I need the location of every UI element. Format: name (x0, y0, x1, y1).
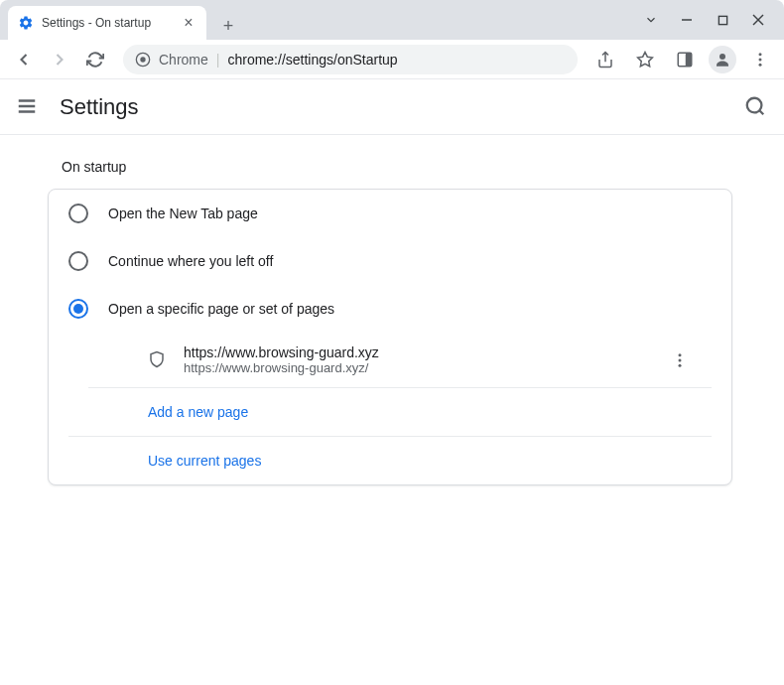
settings-content: On startup Open the New Tab page Continu… (0, 135, 784, 509)
radio-button[interactable] (68, 251, 88, 271)
bookmark-icon[interactable] (629, 44, 661, 75)
close-window-button[interactable] (748, 10, 768, 30)
maximize-button[interactable] (713, 10, 732, 30)
radio-button[interactable] (68, 204, 88, 223)
new-tab-button[interactable]: + (214, 12, 242, 40)
title-bar: Settings - On startup × + (0, 0, 784, 40)
url-text: Chrome | chrome://settings/onStartup (159, 52, 398, 68)
page-options-icon[interactable] (668, 348, 692, 372)
page-title-text: https://www.browsing-guard.xyz (184, 344, 652, 360)
kebab-menu-icon[interactable] (744, 44, 776, 75)
back-button[interactable] (8, 44, 40, 75)
side-panel-icon[interactable] (669, 44, 701, 75)
settings-header: Settings (0, 79, 784, 135)
chrome-icon (135, 52, 151, 68)
svg-point-12 (759, 63, 762, 66)
browser-toolbar: Chrome | chrome://settings/onStartup (0, 40, 784, 79)
toolbar-actions (589, 44, 776, 75)
section-label: On startup (0, 159, 784, 189)
gear-icon (18, 15, 34, 31)
menu-icon[interactable] (16, 95, 40, 119)
svg-point-16 (747, 97, 762, 112)
radio-label: Open a specific page or set of pages (108, 301, 334, 317)
startup-card: Open the New Tab page Continue where you… (48, 189, 732, 485)
svg-point-9 (719, 54, 725, 60)
search-icon[interactable] (744, 95, 768, 119)
startup-page-row: https://www.browsing-guard.xyz https://w… (88, 333, 712, 388)
radio-label: Open the New Tab page (108, 206, 258, 221)
svg-point-19 (679, 358, 682, 361)
radio-label: Continue where you left off (108, 253, 273, 269)
browser-tab[interactable]: Settings - On startup × (8, 6, 206, 40)
tab-strip: Settings - On startup × + (0, 0, 242, 40)
chevron-down-icon[interactable] (641, 10, 661, 30)
svg-point-5 (140, 57, 145, 62)
window-controls (641, 10, 784, 30)
address-bar[interactable]: Chrome | chrome://settings/onStartup (123, 45, 578, 74)
svg-rect-1 (719, 16, 726, 24)
svg-line-17 (759, 110, 763, 114)
radio-option-specific[interactable]: Open a specific page or set of pages (49, 285, 731, 333)
reload-button[interactable] (79, 44, 111, 75)
svg-point-10 (759, 53, 762, 56)
forward-button[interactable] (44, 44, 75, 75)
svg-point-11 (759, 58, 762, 61)
close-tab-icon[interactable]: × (181, 15, 196, 31)
profile-avatar[interactable] (709, 46, 736, 73)
radio-option-new-tab[interactable]: Open the New Tab page (49, 190, 731, 237)
use-current-pages-link[interactable]: Use current pages (88, 437, 731, 484)
tab-title: Settings - On startup (42, 16, 173, 30)
svg-point-18 (679, 353, 682, 356)
svg-marker-6 (638, 52, 653, 66)
page-info: https://www.browsing-guard.xyz https://w… (184, 344, 652, 375)
svg-point-20 (679, 363, 682, 366)
svg-rect-8 (686, 53, 692, 67)
page-url-text: https://www.browsing-guard.xyz/ (184, 360, 652, 375)
shield-icon (148, 350, 168, 370)
add-page-link[interactable]: Add a new page (88, 388, 731, 436)
page-title: Settings (60, 94, 139, 120)
radio-option-continue[interactable]: Continue where you left off (49, 237, 731, 285)
radio-button[interactable] (68, 299, 88, 319)
share-icon[interactable] (589, 44, 621, 75)
minimize-button[interactable] (677, 10, 697, 30)
